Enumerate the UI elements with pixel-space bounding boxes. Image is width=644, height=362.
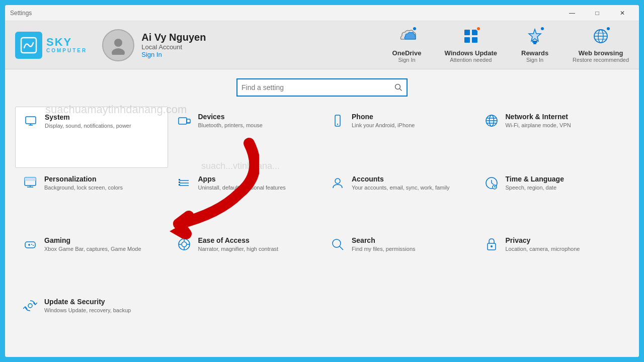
onedrive-icon-wrap: [398, 27, 416, 47]
setting-title-apps: Apps: [198, 175, 286, 183]
user-name: Ai Vy Nguyen: [141, 32, 206, 43]
setting-text-update: Update & Security Windows Update, recove…: [44, 298, 131, 314]
setting-desc-search: Find my files, permissions: [352, 245, 416, 253]
setting-item-update[interactable]: Update & Security Windows Update, recove…: [15, 292, 168, 352]
setting-item-devices[interactable]: Devices Bluetooth, printers, mouse: [169, 107, 322, 168]
setting-text-system: System Display, sound, notifications, po…: [45, 113, 131, 130]
titlebar-left: Settings: [10, 10, 32, 17]
search-icon: [394, 83, 403, 92]
setting-title-ease: Ease of Access: [198, 236, 279, 244]
setting-title-accounts: Accounts: [352, 175, 450, 183]
setting-item-phone[interactable]: Phone Link your Android, iPhone: [323, 107, 475, 168]
rewards-label: Rewards: [521, 49, 548, 57]
setting-item-time[interactable]: Time & Language Speech, region, date: [476, 169, 629, 229]
setting-item-personalization[interactable]: Personalization Background, lock screen,…: [15, 169, 168, 229]
setting-desc-phone: Link your Android, iPhone: [352, 122, 415, 129]
search-button[interactable]: [394, 83, 403, 92]
header: SKY COMPUTER Ai Vy Nguyen Local Account …: [5, 21, 639, 69]
setting-text-network: Network & Internet Wi-Fi, airplane mode,…: [506, 113, 571, 129]
onedrive-dot: [412, 26, 417, 31]
setting-item-network[interactable]: Network & Internet Wi-Fi, airplane mode,…: [476, 107, 629, 168]
setting-item-accounts[interactable]: Accounts Your accounts, email, sync, wor…: [323, 169, 475, 229]
svg-point-63: [28, 304, 32, 308]
titlebar: Settings — □ ✕: [5, 5, 639, 21]
user-info: Ai Vy Nguyen Local Account Sign In: [141, 32, 206, 58]
setting-desc-personalization: Background, lock screen, colors: [44, 184, 123, 192]
setting-text-gaming: Gaming Xbox Game Bar, captures, Game Mod…: [44, 236, 141, 253]
setting-text-devices: Devices Bluetooth, printers, mouse: [198, 113, 263, 129]
setting-text-personalization: Personalization Background, lock screen,…: [44, 175, 123, 192]
logo-computer: COMPUTER: [46, 48, 87, 53]
setting-icon-phone: [330, 114, 346, 128]
setting-icon-search: [330, 237, 346, 251]
setting-desc-update: Windows Update, recovery, backup: [44, 307, 131, 314]
setting-text-phone: Phone Link your Android, iPhone: [352, 113, 415, 129]
setting-icon-apps: [176, 176, 192, 190]
svg-rect-39: [179, 182, 180, 183]
search-area: [5, 69, 639, 102]
setting-text-ease: Ease of Access Narrator, magnifier, high…: [198, 236, 279, 253]
setting-icon-ease: [176, 237, 192, 251]
setting-icon-system: [23, 114, 39, 128]
titlebar-title: Settings: [10, 10, 32, 17]
maximize-button[interactable]: □: [586, 6, 609, 21]
svg-rect-8: [533, 43, 536, 44]
setting-item-ease[interactable]: Ease of Access Narrator, magnifier, high…: [169, 230, 322, 291]
svg-rect-7: [532, 41, 537, 43]
setting-icon-accounts: [330, 176, 346, 190]
svg-rect-6: [472, 37, 477, 43]
avatar: [102, 29, 134, 61]
windows-update-dot: [476, 26, 481, 31]
search-input[interactable]: [242, 83, 394, 92]
setting-title-system: System: [45, 113, 131, 121]
user-section: Ai Vy Nguyen Local Account Sign In: [102, 29, 206, 61]
setting-desc-privacy: Location, camera, microphone: [506, 245, 580, 253]
svg-point-52: [33, 245, 34, 246]
svg-point-54: [182, 242, 187, 247]
setting-title-personalization: Personalization: [44, 175, 123, 183]
setting-desc-time: Speech, region, date: [506, 184, 564, 192]
setting-icon-personalization: [22, 176, 38, 190]
svg-point-1: [114, 39, 122, 47]
logo-box: [15, 32, 42, 59]
web-browsing-sub: Restore recommended: [573, 57, 629, 63]
setting-title-search: Search: [352, 236, 416, 244]
search-box[interactable]: [236, 78, 408, 97]
onedrive-item[interactable]: OneDrive Sign In: [384, 27, 430, 63]
setting-title-devices: Devices: [198, 113, 263, 121]
onedrive-label: OneDrive: [392, 49, 422, 57]
account-type: Local Account: [141, 43, 206, 51]
setting-title-time: Time & Language: [506, 175, 564, 183]
sign-in-link[interactable]: Sign In: [141, 51, 206, 58]
svg-rect-5: [464, 37, 470, 43]
setting-item-apps[interactable]: Apps Uninstall, defaults, optional featu…: [169, 169, 322, 229]
setting-text-accounts: Accounts Your accounts, email, sync, wor…: [352, 175, 450, 192]
setting-icon-network: [484, 114, 500, 128]
logo-text: SKY COMPUTER: [46, 37, 87, 53]
web-browsing-item[interactable]: Web browsing Restore recommended: [573, 27, 629, 63]
setting-icon-update: [22, 299, 38, 313]
setting-item-gaming[interactable]: Gaming Xbox Game Bar, captures, Game Mod…: [15, 230, 168, 291]
svg-point-41: [335, 178, 340, 184]
svg-rect-21: [179, 118, 187, 124]
rewards-sub: Sign In: [526, 57, 543, 63]
setting-title-privacy: Privacy: [506, 236, 580, 244]
svg-point-51: [31, 244, 32, 245]
onedrive-sub: Sign In: [398, 57, 415, 63]
web-browsing-dot: [606, 26, 611, 31]
setting-item-search[interactable]: Search Find my files, permissions: [323, 230, 475, 291]
setting-icon-privacy: [484, 237, 500, 251]
setting-title-network: Network & Internet: [506, 113, 571, 121]
setting-desc-ease: Narrator, magnifier, high contrast: [198, 245, 279, 253]
minimize-button[interactable]: —: [560, 6, 584, 21]
setting-desc-system: Display, sound, notifications, power: [45, 122, 131, 130]
svg-line-60: [340, 246, 343, 250]
setting-item-privacy[interactable]: Privacy Location, camera, microphone: [476, 230, 629, 291]
web-browsing-label: Web browsing: [579, 49, 623, 57]
rewards-item[interactable]: Rewards Sign In: [512, 27, 557, 63]
logo-sky: SKY: [46, 37, 87, 48]
svg-line-44: [492, 183, 494, 185]
windows-update-item[interactable]: Windows Update Attention needed: [445, 27, 498, 63]
close-button[interactable]: ✕: [611, 6, 634, 21]
setting-item-system[interactable]: System Display, sound, notifications, po…: [15, 107, 168, 168]
